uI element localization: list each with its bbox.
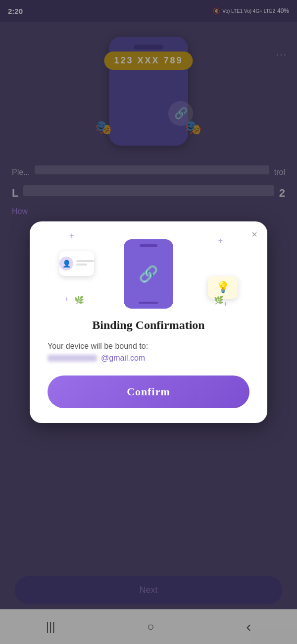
deco-plus-4: + bbox=[223, 300, 228, 309]
email-row: @gmail.com bbox=[48, 354, 249, 363]
person-icon: 👤 bbox=[59, 257, 73, 270]
modal-overlay: × + + + + 👤 🔗 💡 bbox=[0, 0, 297, 644]
lightbulb-icon: 💡 bbox=[216, 281, 230, 294]
chain-icon: 🔗 bbox=[139, 265, 158, 283]
binding-description: Your device will be bound to: bbox=[48, 342, 249, 351]
float-lines bbox=[76, 260, 94, 267]
modal-illustration: + + + + 👤 🔗 💡 🌿 🌿 bbox=[30, 221, 267, 319]
modal-body: Your device will be bound to: @gmail.com… bbox=[30, 342, 267, 408]
email-suffix: @gmail.com bbox=[101, 354, 145, 363]
leaf-right-icon: 🌿 bbox=[214, 295, 224, 305]
deco-plus-2: + bbox=[218, 236, 223, 245]
deco-plus-1: + bbox=[69, 231, 74, 240]
float-line-1 bbox=[76, 260, 94, 262]
email-blur bbox=[48, 355, 97, 362]
deco-plus-3: + bbox=[64, 295, 69, 304]
binding-confirmation-modal: × + + + + 👤 🔗 💡 bbox=[30, 221, 267, 423]
leaf-left-icon: 🌿 bbox=[74, 295, 84, 305]
confirm-button[interactable]: Confirm bbox=[48, 376, 249, 408]
modal-title: Binding Confirmation bbox=[30, 319, 267, 332]
float-card-left: 👤 bbox=[59, 251, 94, 276]
float-line-2 bbox=[76, 264, 87, 266]
modal-phone: 🔗 bbox=[124, 239, 173, 309]
